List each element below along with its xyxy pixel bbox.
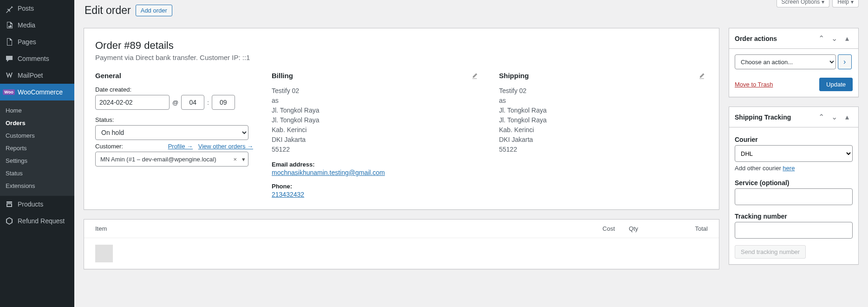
menu-label: Comments xyxy=(18,55,49,62)
pencil-icon xyxy=(698,72,705,80)
submenu-extensions[interactable]: Extensions xyxy=(0,180,74,192)
colon-symbol: : xyxy=(207,99,209,106)
woocommerce-icon: Woo xyxy=(5,87,14,97)
col-item: Item xyxy=(95,225,559,232)
shipping-heading: Shipping xyxy=(499,72,708,80)
chevron-down-icon: ▾ xyxy=(851,0,854,5)
submenu-orders[interactable]: Orders xyxy=(0,117,74,129)
menu-products[interactable]: Products xyxy=(0,196,74,213)
shipping-line: as xyxy=(499,96,708,106)
caret-up-icon: ▴ xyxy=(845,113,849,121)
hint-text: Add other courier xyxy=(735,165,783,172)
profile-link[interactable]: Profile → xyxy=(168,143,193,150)
move-down-button[interactable]: ⌄ xyxy=(829,112,840,123)
col-total: Total xyxy=(652,225,708,232)
customer-label: Customer: xyxy=(95,143,123,150)
service-input[interactable] xyxy=(735,188,853,205)
edit-shipping-button[interactable] xyxy=(698,72,706,80)
date-created-label: Date created: xyxy=(95,86,253,93)
page-title: Edit order xyxy=(85,4,131,17)
email-label: Email address: xyxy=(272,161,481,168)
tracking-number-label: Tracking number xyxy=(735,213,853,220)
view-other-orders-link[interactable]: View other orders → xyxy=(198,143,253,150)
chevron-down-icon[interactable]: ▾ xyxy=(242,156,245,163)
service-label: Service (optional) xyxy=(735,179,853,187)
edit-billing-button[interactable] xyxy=(470,72,479,80)
admin-sidebar: Posts Media Pages Comments MailPoet Woo … xyxy=(0,0,74,307)
move-to-trash-link[interactable]: Move to Trash xyxy=(735,81,773,88)
submenu-status[interactable]: Status xyxy=(0,167,74,180)
status-select[interactable]: On hold xyxy=(95,125,248,140)
tracking-number-input[interactable] xyxy=(735,222,853,239)
chevron-down-icon: ▾ xyxy=(822,0,824,5)
items-table-header: Item Cost Qty Total xyxy=(84,220,719,238)
main-content: Edit order Add order Screen Options ▾ He… xyxy=(74,0,868,307)
label: Screen Options xyxy=(782,0,820,5)
order-action-select[interactable]: Choose an action... xyxy=(735,54,836,69)
phone-label: Phone: xyxy=(272,183,481,190)
customer-select[interactable]: MN Amin (#1 – dev-email@wpengine.local) … xyxy=(95,152,248,167)
screen-options-button[interactable]: Screen Options ▾ xyxy=(777,0,830,7)
status-label: Status: xyxy=(95,116,253,123)
submenu-home[interactable]: Home xyxy=(0,104,74,117)
chevron-down-icon: ⌄ xyxy=(831,34,837,43)
menu-label: WooCommerce xyxy=(18,88,63,96)
pages-icon xyxy=(5,37,14,47)
menu-refund-request[interactable]: Refund Request xyxy=(0,213,74,229)
comments-icon xyxy=(5,54,14,63)
courier-label: Courier xyxy=(735,136,853,143)
billing-heading: Billing xyxy=(272,72,481,80)
shipping-line: Jl. Tongkol Raya xyxy=(499,115,708,125)
minute-input[interactable] xyxy=(212,95,235,110)
submenu-reports[interactable]: Reports xyxy=(0,142,74,154)
send-tracking-button[interactable]: Send tracking number xyxy=(735,245,806,259)
billing-line: Testify 02 xyxy=(272,86,481,96)
submenu-customers[interactable]: Customers xyxy=(0,129,74,142)
billing-line: DKI Jakarta xyxy=(272,135,481,145)
date-created-input[interactable] xyxy=(95,95,170,110)
billing-line: 55122 xyxy=(272,145,481,154)
help-button[interactable]: Help ▾ xyxy=(832,0,859,7)
products-icon xyxy=(5,200,14,209)
move-up-button[interactable]: ⌃ xyxy=(816,33,827,44)
billing-line: Jl. Tongkol Raya xyxy=(272,106,481,115)
order-title: Order #89 details xyxy=(95,40,708,52)
pushpin-icon xyxy=(5,4,14,13)
update-button[interactable]: Update xyxy=(819,78,853,91)
menu-pages[interactable]: Pages xyxy=(0,33,74,50)
chevron-up-icon: ⌃ xyxy=(818,113,824,121)
add-order-button[interactable]: Add order xyxy=(136,5,172,16)
menu-comments[interactable]: Comments xyxy=(0,50,74,67)
chevron-up-icon: ⌃ xyxy=(818,34,824,43)
shipping-line: Jl. Tongkol Raya xyxy=(499,106,708,115)
col-cost: Cost xyxy=(559,225,615,232)
mailpoet-icon xyxy=(5,71,14,80)
billing-phone-link[interactable]: 213432432 xyxy=(272,191,304,198)
menu-posts[interactable]: Posts xyxy=(0,0,74,17)
apply-action-button[interactable]: › xyxy=(838,54,852,69)
top-bar: Edit order Add order Screen Options ▾ He… xyxy=(84,0,859,19)
toggle-panel-button[interactable]: ▴ xyxy=(842,33,853,44)
submenu-settings[interactable]: Settings xyxy=(0,154,74,167)
menu-media[interactable]: Media xyxy=(0,17,74,33)
woocommerce-submenu: Home Orders Customers Reports Settings S… xyxy=(0,100,74,196)
hour-input[interactable] xyxy=(181,95,204,110)
toggle-panel-button[interactable]: ▴ xyxy=(842,112,853,123)
clear-icon[interactable]: × xyxy=(233,156,237,163)
order-actions-box: Order actions ⌃ ⌄ ▴ Choose an action... … xyxy=(729,28,859,97)
add-courier-link[interactable]: here xyxy=(783,165,795,172)
shipping-line: DKI Jakarta xyxy=(499,135,708,145)
courier-select[interactable]: DHL xyxy=(735,145,853,162)
add-courier-hint: Add other courier here xyxy=(735,165,853,172)
shipping-tracking-title: Shipping Tracking xyxy=(735,113,791,121)
menu-woocommerce[interactable]: Woo WooCommerce xyxy=(0,84,74,100)
shipping-line: Testify 02 xyxy=(499,86,708,96)
refund-icon xyxy=(5,216,14,226)
shipping-line: 55122 xyxy=(499,145,708,154)
move-down-button[interactable]: ⌄ xyxy=(829,33,840,44)
menu-mailpoet[interactable]: MailPoet xyxy=(0,67,74,84)
billing-email-link[interactable]: mochnasikhunamin.testing@gmail.com xyxy=(272,169,385,176)
move-up-button[interactable]: ⌃ xyxy=(816,112,827,123)
item-thumbnail xyxy=(95,245,113,262)
menu-label: MailPoet xyxy=(18,72,43,79)
